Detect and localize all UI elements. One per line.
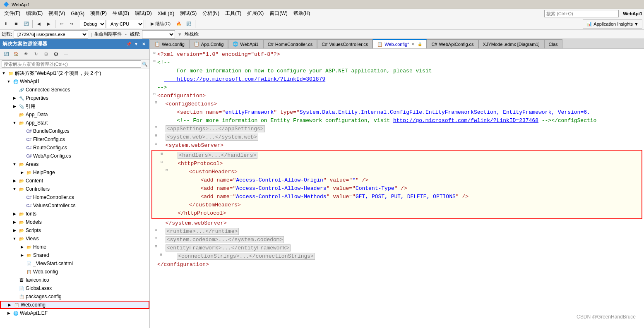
solution-search-input[interactable] [2, 60, 141, 68]
menu-git[interactable]: Git(G) [68, 10, 87, 17]
viewstart-item[interactable]: 📄 _ViewStart.cshtml [0, 259, 149, 268]
areas-item[interactable]: ▼ 📂 Areas [0, 160, 149, 168]
app-data-item[interactable]: 📂 App_Data [0, 110, 149, 119]
menu-help[interactable]: 帮助(H) [291, 9, 313, 18]
fold-icon[interactable]: ⊞ [153, 133, 159, 139]
tab-web-config[interactable]: 📋 Web.config [150, 39, 189, 48]
menu-analyze[interactable]: 分析(N) [200, 9, 222, 18]
menu-build[interactable]: 生成(B) [110, 9, 132, 18]
refresh-tree-btn[interactable]: ↻ [31, 50, 41, 59]
content-label: Content [26, 178, 43, 184]
cpu-combo[interactable]: Any CPU [107, 20, 144, 28]
home-controller-item[interactable]: C# HomeController.cs [0, 193, 149, 201]
menu-tools[interactable]: 工具(T) [223, 9, 244, 18]
menu-project[interactable]: 项目(P) [88, 9, 109, 18]
fold-icon[interactable]: ⊞ [151, 59, 157, 65]
fold-icon[interactable]: ⊟ [153, 141, 159, 147]
search-input[interactable] [544, 10, 619, 17]
code-line: <section name="entityFramework" type="Sy… [150, 108, 644, 117]
fold-icon[interactable]: ⊞ [153, 227, 159, 233]
references-item[interactable]: ▶ 📎 引用 [0, 102, 149, 110]
packages-config-item[interactable]: 📋 packages.config [0, 292, 149, 301]
webapi1-ef-item[interactable]: ▶ 🌐 WebApi1.EF [0, 309, 149, 317]
tab-app-config[interactable]: 📋 App.Config [189, 39, 228, 48]
bundle-config-item[interactable]: C# BundleConfig.cs [0, 127, 149, 135]
panel-close-icon[interactable]: ✕ [140, 41, 147, 47]
fold-icon[interactable]: ⊟ [151, 50, 157, 56]
undo-btn[interactable]: ↩ [57, 19, 66, 29]
restart-btn[interactable]: 🔄 [22, 19, 31, 29]
stop-btn[interactable]: ⏹ [12, 19, 21, 29]
application-insights-btn[interactable]: 📊 Application Insights ▼ [583, 19, 642, 29]
connected-services-item[interactable]: 🔗 Connected Services [0, 86, 149, 94]
tab-webapi-config[interactable]: C# WebApiConfig.cs [427, 39, 478, 48]
fold-icon[interactable]: ⊞ [158, 252, 164, 258]
web-config-views-item[interactable]: 📋 Web.config [0, 268, 149, 276]
continue-btn[interactable]: ▶ 继续(C) [148, 19, 173, 29]
show-all-btn[interactable]: 👁 [22, 50, 31, 59]
props-btn[interactable]: ⚙ [51, 50, 60, 59]
menu-extensions[interactable]: 扩展(X) [245, 9, 266, 18]
pause-btn[interactable]: ⏸ [2, 19, 11, 29]
web-config-root-item[interactable]: ▶ 📋 Web.config [0, 301, 149, 309]
menu-window[interactable]: 窗口(W) [267, 9, 290, 18]
process-combo[interactable]: [272976] iisexpress.exe [14, 30, 88, 38]
webapi-config-item[interactable]: C# WebApiConfig.cs [0, 152, 149, 160]
views-item[interactable]: ▼ 📂 Views [0, 235, 149, 243]
route-config-item[interactable]: C# RouteConfig.cs [0, 144, 149, 152]
home-folder-item[interactable]: ▶ 📂 Home [0, 243, 149, 251]
properties-item[interactable]: ▶ 🔧 Properties [0, 94, 149, 102]
tab-xjy-model[interactable]: XJYModel.edmx [Diagram1] [478, 39, 544, 48]
fold-icon[interactable]: ⊞ [159, 151, 165, 157]
shared-folder-item[interactable]: ▶ 📂 Shared [0, 251, 149, 259]
scripts-item[interactable]: ▶ 📂 Scripts [0, 226, 149, 235]
fold-icon[interactable]: ⊞ [153, 125, 159, 131]
panel-pin-btn[interactable]: — [61, 50, 70, 59]
refresh-btn[interactable]: 🔃 [184, 19, 193, 29]
fold-icon[interactable]: ⊟ [164, 168, 170, 174]
redo-btn[interactable]: ↪ [67, 19, 76, 29]
thread-combo[interactable] [142, 30, 175, 38]
lifecycle-label: 生命周期事件 [94, 31, 122, 37]
solution-root[interactable]: ▼ 📁 解决方案"WebApi1"(2 个项目，共 2 个) [0, 69, 149, 77]
fonts-item[interactable]: ▶ 📂 fonts [0, 210, 149, 218]
fold-icon[interactable]: ⊞ [153, 244, 159, 250]
back-btn[interactable]: ◀ [34, 19, 43, 29]
menu-xml[interactable]: XML(X) [155, 10, 177, 17]
fold-icon [158, 117, 164, 122]
forward-btn[interactable]: ▶ [44, 19, 53, 29]
tab-close-icon[interactable]: ✕ [411, 42, 416, 47]
controllers-item[interactable]: ▼ 📂 Controllers [0, 185, 149, 193]
favicon-item[interactable]: 🖼 favicon.ico [0, 276, 149, 284]
global-asax-item[interactable]: 📄 Global.asax [0, 284, 149, 292]
menu-edit[interactable]: 编辑(E) [24, 9, 45, 18]
values-controller-item[interactable]: C# ValuesController.cs [0, 201, 149, 210]
fold-icon[interactable]: ⊟ [151, 92, 157, 98]
menu-test[interactable]: 测试(S) [178, 9, 199, 18]
webapi1-project[interactable]: ▼ 🌐 WebApi1 [0, 77, 149, 86]
collapse-all-btn[interactable]: ⊟ [41, 50, 50, 59]
home-btn[interactable]: 🏠 [12, 50, 21, 59]
tab-values-controller[interactable]: C# ValuesController.cs [317, 39, 372, 48]
tab-clas[interactable]: Clas [544, 39, 562, 48]
app-start-item[interactable]: ▼ 📂 App_Start [0, 119, 149, 127]
menu-view[interactable]: 视图(V) [46, 9, 67, 18]
tab-webapi1[interactable]: 🌐 WebApi1 [228, 39, 263, 48]
tab-web-config-active[interactable]: 📋 Web.config* ✕ 🔒 [372, 39, 427, 48]
tab-home-controller[interactable]: C# HomeController.cs [263, 39, 317, 48]
panel-settings-icon[interactable]: ▼ [133, 41, 139, 47]
fold-icon[interactable]: ⊟ [159, 160, 165, 165]
fire-btn[interactable]: 🔥 [174, 19, 183, 29]
fold-icon[interactable]: ⊟ [153, 100, 159, 106]
filter-config-item[interactable]: C# FilterConfig.cs [0, 135, 149, 144]
menu-debug[interactable]: 调试(D) [132, 9, 154, 18]
helppage-item[interactable]: ▶ 📂 HelpPage [0, 168, 149, 177]
menu-file[interactable]: 文件(F) [2, 9, 23, 18]
debug-mode-combo[interactable]: Debug [80, 20, 106, 28]
sync-btn[interactable]: 🔄 [2, 50, 11, 59]
models-item[interactable]: ▶ 📂 Models [0, 218, 149, 226]
fold-icon[interactable]: ⊞ [153, 236, 159, 242]
content-item[interactable]: ▶ 📂 Content [0, 177, 149, 185]
code-editor[interactable]: ⊟ <?xml version="1.0" encoding="utf-8"?>… [150, 49, 644, 328]
pin-icon[interactable]: 📌 [125, 41, 132, 47]
